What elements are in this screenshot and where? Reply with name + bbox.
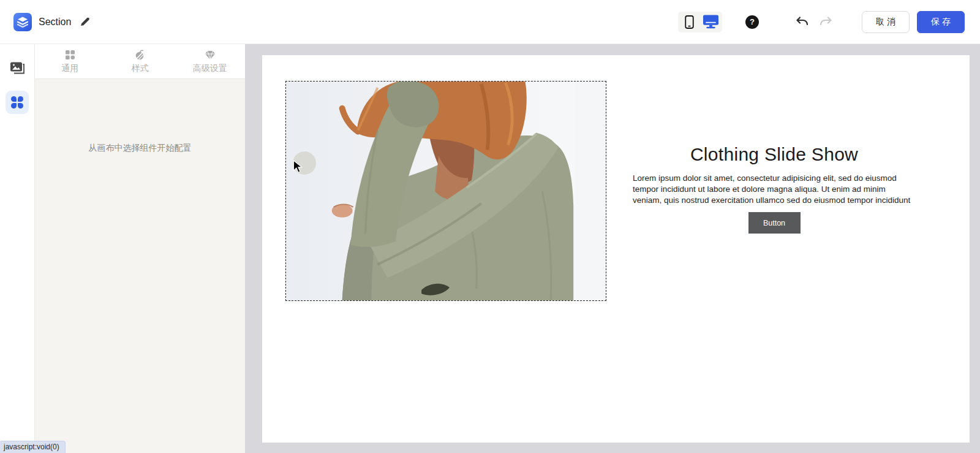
slide-heading[interactable]: Clothing Slide Show [633, 144, 916, 165]
tab-general[interactable]: 通用 [35, 44, 105, 78]
tab-advanced-label: 高级设置 [193, 63, 227, 74]
brush-icon [134, 50, 145, 60]
image-icon [9, 61, 25, 75]
help-button[interactable]: ? [745, 15, 759, 29]
model-photo [286, 82, 606, 300]
brand: Section [0, 13, 90, 31]
question-glyph: ? [750, 17, 755, 26]
topbar: Section ? [0, 0, 980, 44]
gem-icon [205, 50, 216, 60]
pencil-icon[interactable] [80, 17, 90, 27]
slide-text-column: Clothing Slide Show Lorem ipsum dolor si… [633, 144, 916, 234]
topbar-actions: ? 取消 保存 [678, 11, 980, 33]
redo-icon[interactable] [819, 15, 834, 29]
cancel-button-label: 取消 [873, 17, 899, 28]
tab-style[interactable]: 样式 [105, 44, 175, 78]
grid-icon [65, 50, 75, 60]
status-link-hint: javascript:void(0) [0, 441, 66, 453]
sidebar-rail [0, 44, 35, 453]
four-petals-icon [11, 96, 23, 108]
tab-style-label: 样式 [131, 63, 148, 74]
sidebar-item-media[interactable] [9, 61, 25, 77]
slide-button[interactable]: Button [748, 212, 801, 234]
panel-tabs: 通用 样式 高级设置 [35, 44, 245, 79]
save-button[interactable]: 保存 [917, 11, 965, 33]
desktop-preview-button[interactable] [701, 13, 720, 31]
slide-image-component[interactable] [285, 81, 606, 301]
mobile-preview-button[interactable] [680, 13, 699, 31]
canvas-page[interactable]: Clothing Slide Show Lorem ipsum dolor si… [262, 55, 970, 443]
smartphone-icon [685, 15, 694, 29]
cursor-arrow-icon [292, 160, 303, 173]
editor-canvas: Clothing Slide Show Lorem ipsum dolor si… [245, 44, 980, 453]
page-title: Section [39, 17, 71, 28]
undo-icon[interactable] [794, 15, 809, 29]
panel-empty-message: 从画布中选择组件开始配置 [35, 143, 245, 154]
config-panel: 通用 样式 高级设置 从画布中选择组件开始配置 [35, 44, 245, 453]
sidebar-item-components[interactable] [6, 91, 29, 114]
slide-button-row: Button [633, 212, 916, 234]
tab-advanced[interactable]: 高级设置 [175, 44, 245, 78]
cancel-button[interactable]: 取消 [862, 11, 910, 33]
tab-general-label: 通用 [61, 63, 78, 74]
device-toggle [678, 12, 722, 32]
layers-icon [13, 13, 32, 31]
slide-paragraph[interactable]: Lorem ipsum dolor sit amet, consectetur … [633, 173, 916, 206]
save-button-label: 保存 [929, 17, 954, 28]
monitor-icon [703, 15, 718, 29]
